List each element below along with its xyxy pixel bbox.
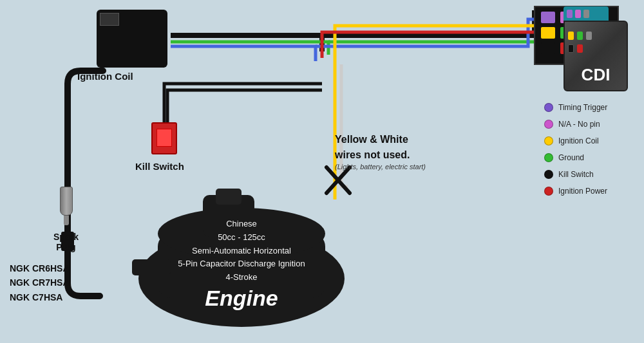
spark-plug-label: SparkPlug	[42, 232, 90, 252]
legend-label-na: N/A - No pin	[558, 120, 600, 129]
engine-spec-5: 4-Stroke	[225, 272, 257, 282]
cdi-side-pins	[568, 32, 592, 40]
legend-item-timing: Timing Trigger	[544, 103, 634, 112]
spark-plug-tip	[64, 216, 69, 225]
legend-label-ignition-power: Ignition Power	[558, 187, 607, 196]
cdi-body: CDI	[564, 21, 628, 91]
spark-plug-body	[60, 187, 73, 216]
legend-item-ignition-power: Ignition Power	[544, 187, 634, 196]
ngk-label-2: NGK CR7HSA	[10, 275, 70, 290]
cdi-pin-purple	[567, 10, 573, 18]
legend-label-kill-switch: Kill Switch	[558, 170, 594, 179]
kill-switch-window	[156, 129, 172, 147]
cdi-pin-pink	[575, 10, 581, 18]
legend-label-ignition-coil: Ignition Coil	[558, 136, 599, 145]
ngk-label-1: NGK CR6HSA	[10, 261, 70, 275]
legend-dot-ignition-power	[544, 187, 553, 196]
ngk-label-3: NGK C7HSA	[10, 290, 70, 304]
ngk-labels-block: NGK CR6HSA NGK CR7HSA NGK C7HSA	[10, 261, 70, 304]
legend-item-kill-switch: Kill Switch	[544, 170, 634, 179]
engine-spec-1: Chinese	[226, 219, 257, 228]
legend-label-timing: Timing Trigger	[558, 103, 607, 112]
wire-note-sub: (Lights, battery, electric start)	[335, 163, 426, 171]
spark-plug-component: SparkPlug	[55, 187, 77, 228]
cdi-unit: CDI	[557, 6, 638, 91]
svg-rect-5	[541, 27, 555, 39]
ignition-coil-label: Ignition Coil	[77, 71, 133, 82]
engine-text-block: Chinese 50cc - 125cc Semi-Automatic Hori…	[177, 218, 306, 311]
engine-main-label: Engine	[177, 286, 306, 311]
legend-dot-ground	[544, 153, 553, 162]
legend-item-na: N/A - No pin	[544, 120, 634, 129]
cdi-connector-top	[564, 6, 609, 21]
legend-block: Timing Trigger N/A - No pin Ignition Coi…	[544, 103, 634, 203]
svg-rect-16	[132, 259, 171, 275]
engine-spec-3: Semi-Automatic Horizontal	[192, 246, 291, 255]
svg-rect-8	[541, 42, 555, 54]
svg-rect-2	[541, 12, 555, 23]
engine-spec-2: 50cc - 125cc	[218, 232, 265, 242]
svg-rect-18	[216, 189, 242, 205]
ignition-coil-component	[97, 10, 167, 68]
cdi-pin-gray2	[586, 32, 592, 40]
wire-note-area: Yellow & Whitewires not used. (Lights, b…	[335, 132, 426, 171]
cdi-pin-green	[577, 32, 583, 40]
engine-spec-4: 5-Pin Capacitor Discharge Ignition	[178, 259, 305, 268]
legend-dot-timing	[544, 103, 553, 112]
cdi-pin-yellow	[568, 32, 574, 40]
ignition-coil-connector	[100, 13, 119, 26]
legend-dot-na	[544, 120, 553, 129]
engine-silhouette: Chinese 50cc - 125cc Semi-Automatic Hori…	[126, 182, 357, 330]
main-container: Ignition Coil Kill Switch SparkPlug Chin…	[0, 0, 644, 343]
cdi-pin-black	[568, 44, 574, 53]
legend-dot-ignition-coil	[544, 136, 553, 145]
wire-note-main: Yellow & Whitewires not used.	[335, 132, 426, 163]
legend-dot-kill-switch	[544, 170, 553, 179]
cdi-label: CDI	[565, 65, 627, 85]
legend-item-ignition-coil: Ignition Coil	[544, 136, 634, 145]
cdi-pin-gray	[583, 10, 589, 18]
kill-switch-component	[151, 122, 177, 154]
kill-switch-label: Kill Switch	[135, 161, 184, 172]
engine-specs: Chinese 50cc - 125cc Semi-Automatic Hori…	[177, 218, 306, 284]
legend-item-ground: Ground	[544, 153, 634, 162]
cdi-pin-red	[577, 44, 583, 53]
cdi-bottom-pins	[568, 44, 583, 53]
legend-label-ground: Ground	[558, 153, 584, 162]
